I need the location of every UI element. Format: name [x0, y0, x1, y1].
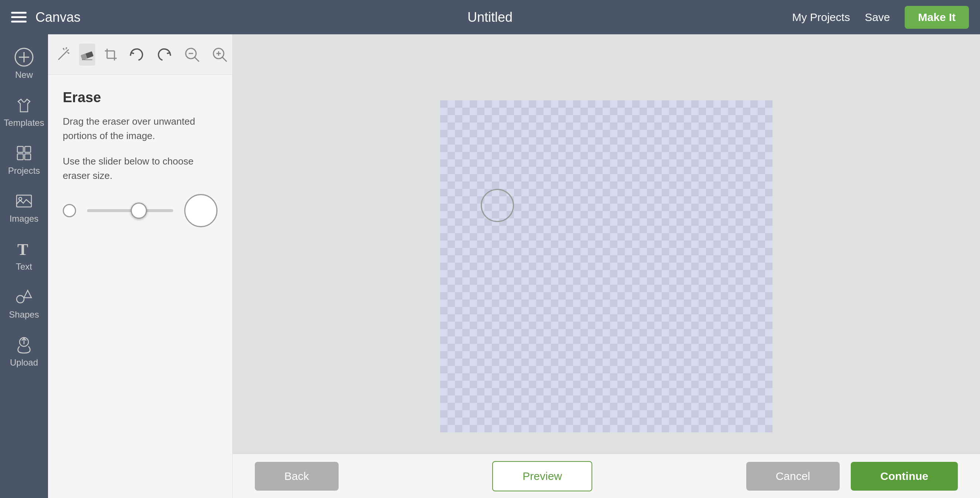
sidebar-item-upload[interactable]: Upload [0, 330, 48, 374]
toolbar [48, 34, 232, 75]
toolbar-right [126, 44, 230, 65]
svg-line-31 [195, 57, 199, 62]
zoom-in-button[interactable] [209, 44, 230, 65]
redo-icon [155, 45, 173, 64]
undo-icon [127, 45, 146, 64]
left-sidebar: New Templates Projects Images [0, 34, 48, 498]
main-layout: New Templates Projects Images [0, 34, 980, 498]
header: Canvas Untitled My Projects Save Make It [0, 0, 980, 34]
eraser-size-slider-section [63, 194, 218, 227]
sidebar-templates-label: Templates [4, 118, 44, 128]
svg-rect-5 [18, 154, 23, 160]
sidebar-projects-label: Projects [8, 166, 40, 176]
svg-line-35 [222, 57, 227, 62]
canvas-area[interactable]: Back Preview Cancel Continue [232, 34, 980, 498]
eraser-size-slider[interactable] [87, 209, 173, 212]
continue-button[interactable]: Continue [851, 462, 958, 491]
erase-panel: Erase Drag the eraser over unwanted port… [48, 75, 232, 498]
svg-marker-11 [24, 290, 32, 298]
svg-point-10 [17, 295, 24, 303]
sidebar-shapes-label: Shapes [9, 309, 39, 320]
my-projects-link[interactable]: My Projects [792, 11, 850, 24]
cancel-button[interactable]: Cancel [746, 462, 840, 491]
back-button[interactable]: Back [255, 462, 339, 491]
svg-point-21 [66, 47, 67, 49]
slider-large-size-indicator [184, 194, 218, 227]
bottom-bar: Back Preview Cancel Continue [232, 454, 980, 498]
sidebar-text-label: Text [16, 262, 32, 272]
eraser-tool[interactable] [79, 44, 95, 66]
tools-panel: Erase Drag the eraser over unwanted port… [48, 34, 232, 498]
make-it-button[interactable]: Make It [905, 6, 969, 29]
erase-description-1: Drag the eraser over unwanted portions o… [63, 114, 218, 143]
sidebar-item-text[interactable]: T Text [0, 233, 48, 278]
svg-point-20 [68, 52, 69, 54]
undo-button[interactable] [126, 44, 146, 65]
plus-icon [14, 48, 33, 67]
slider-small-size-indicator [63, 204, 76, 217]
magic-wand-tool[interactable] [56, 44, 72, 66]
document-title: Untitled [468, 10, 512, 25]
sidebar-new-label: New [15, 70, 33, 80]
svg-rect-7 [17, 195, 32, 207]
wand-icon [56, 46, 72, 63]
text-icon: T [14, 239, 33, 259]
svg-point-19 [63, 48, 64, 49]
app-logo: Canvas [35, 10, 81, 25]
sidebar-item-shapes[interactable]: Shapes [0, 281, 48, 326]
sidebar-images-label: Images [10, 214, 39, 224]
sidebar-upload-label: Upload [10, 357, 38, 368]
crop-icon [103, 46, 119, 63]
right-actions: Cancel Continue [746, 462, 958, 491]
preview-button[interactable]: Preview [492, 461, 592, 492]
zoom-in-icon [210, 45, 229, 64]
grid-icon [14, 143, 33, 163]
redo-button[interactable] [154, 44, 174, 65]
zoom-out-icon [183, 45, 201, 64]
svg-text:T: T [18, 241, 28, 259]
erase-description-2: Use the slider below to choose eraser si… [63, 154, 218, 183]
shapes-icon [14, 287, 33, 306]
svg-rect-4 [25, 146, 31, 152]
header-actions: My Projects Save Make It [792, 6, 969, 29]
upload-icon [14, 335, 33, 355]
eraser-icon [79, 46, 95, 63]
transparency-grid [440, 100, 773, 432]
sidebar-item-templates[interactable]: Templates [0, 90, 48, 134]
menu-icon[interactable] [11, 12, 27, 22]
canvas-container [440, 100, 773, 432]
sidebar-item-images[interactable]: Images [0, 186, 48, 230]
sidebar-item-projects[interactable]: Projects [0, 138, 48, 182]
erase-title: Erase [63, 90, 218, 106]
sidebar-item-new[interactable]: New [0, 42, 48, 86]
zoom-out-button[interactable] [182, 44, 202, 65]
svg-line-14 [58, 52, 67, 60]
image-icon [14, 192, 33, 211]
svg-rect-6 [25, 154, 31, 160]
save-button[interactable]: Save [865, 11, 890, 24]
svg-rect-3 [18, 146, 23, 152]
crop-tool[interactable] [103, 44, 119, 66]
svg-line-15 [67, 49, 69, 52]
shirt-icon [14, 95, 33, 115]
